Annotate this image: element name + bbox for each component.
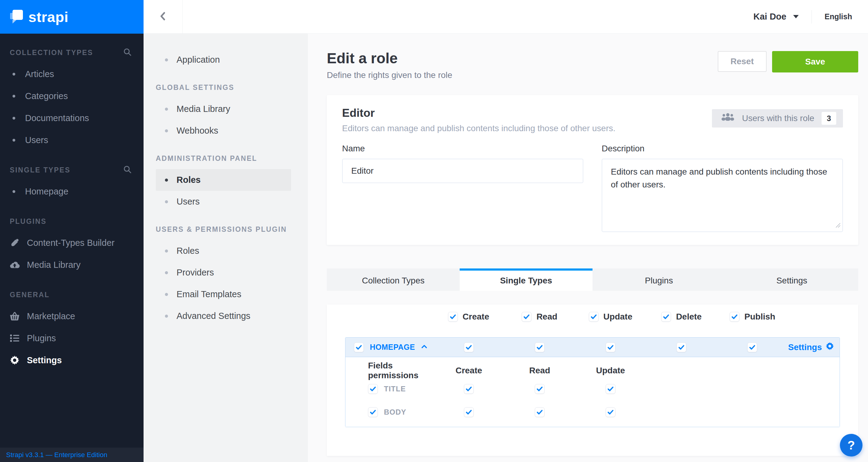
tab-plugins[interactable]: Plugins [592, 268, 725, 291]
sidebar-item-marketplace[interactable]: Marketplace [0, 305, 144, 327]
subnav-item-label: Roles [177, 175, 201, 185]
sidebar-item-users[interactable]: Users [0, 129, 144, 151]
section-single-types: SINGLE TYPES Homepage [0, 163, 144, 202]
subnav-item-email-templates[interactable]: Email Templates [144, 283, 308, 305]
gear-icon [9, 355, 20, 365]
save-button[interactable]: Save [772, 51, 858, 73]
chevron-up-icon[interactable] [421, 345, 427, 350]
sidebar-footer: Strapi v3.3.1 — Enterprise Edition [0, 447, 144, 462]
strapi-logo-icon [9, 9, 24, 25]
settings-subnav: Application GLOBAL SETTINGS Media Librar… [144, 34, 308, 462]
subnav-item-label: Webhooks [177, 126, 218, 136]
header-divider [811, 10, 812, 24]
checkbox-homepage-delete[interactable] [677, 342, 686, 352]
user-menu[interactable]: Kai Doe [753, 11, 799, 22]
subnav-item-providers[interactable]: Providers [144, 262, 308, 283]
help-button[interactable]: ? [840, 434, 863, 457]
sidebar-item-homepage[interactable]: Homepage [0, 180, 144, 202]
sidebar-item-label: Documentations [25, 113, 89, 123]
subnav-item-application[interactable]: Application [144, 49, 308, 70]
subnav-item-webhooks[interactable]: Webhooks [144, 120, 308, 142]
subnav-item-label: Media Library [177, 104, 230, 114]
content-type-block-homepage: HOMEPAGE Settings [345, 337, 840, 427]
bullet-icon [165, 58, 168, 61]
checkbox-read-all[interactable] [522, 312, 531, 322]
subnav-item-advanced-settings[interactable]: Advanced Settings [144, 305, 308, 327]
subnav-section-global-settings: GLOBAL SETTINGS Media Library Webhooks [144, 84, 308, 142]
language-selector[interactable]: English [825, 12, 852, 21]
content-type-row-homepage[interactable]: HOMEPAGE Settings [345, 338, 840, 357]
checkbox-update-all[interactable] [589, 312, 599, 322]
checkbox-body-update[interactable] [606, 407, 615, 417]
checkbox-homepage-update[interactable] [606, 342, 615, 352]
users-with-role-button[interactable]: Users with this role 3 [712, 109, 843, 127]
checkbox-create-all[interactable] [448, 312, 458, 322]
subnav-item-label: Providers [177, 267, 214, 278]
role-details-card: Editor Editors can manage and publish co… [327, 95, 858, 245]
sidebar-item-categories[interactable]: Categories [0, 85, 144, 107]
reset-button[interactable]: Reset [718, 51, 767, 72]
sidebar-item-documentations[interactable]: Documentations [0, 107, 144, 129]
section-title: PLUGINS [10, 218, 46, 226]
sidebar-item-plugins[interactable]: Plugins [0, 327, 144, 349]
sidebar-item-label: Content-Types Builder [27, 238, 115, 248]
bullet-icon [165, 250, 168, 253]
sidebar-item-label: Homepage [25, 186, 68, 197]
main-content: Edit a role Define the rights given to t… [308, 34, 868, 462]
action-label: Create [463, 312, 489, 322]
checkbox-homepage-publish[interactable] [747, 342, 757, 352]
checkbox-title-all[interactable] [368, 384, 378, 394]
section-general: GENERAL Marketplace Plugins Settings [0, 288, 144, 371]
tab-single-types[interactable]: Single Types [460, 268, 592, 291]
content-type-name: HOMEPAGE [370, 343, 415, 352]
subnav-item-up-roles[interactable]: Roles [144, 240, 308, 262]
checkbox-publish-all[interactable] [730, 312, 739, 322]
subnav-item-users[interactable]: Users [144, 191, 308, 212]
role-name-input[interactable] [342, 159, 583, 183]
tab-settings[interactable]: Settings [725, 268, 858, 291]
page-header: Edit a role Define the rights given to t… [327, 51, 858, 80]
checkbox-body-create[interactable] [464, 407, 474, 417]
sidebar-item-articles[interactable]: Articles [0, 63, 144, 85]
search-icon[interactable] [123, 165, 132, 175]
checkbox-homepage-read[interactable] [535, 342, 545, 352]
list-icon [9, 334, 20, 342]
strapi-logo[interactable]: strapi [0, 0, 144, 34]
subnav-item-roles[interactable]: Roles [156, 169, 291, 191]
bullet-icon [165, 179, 168, 182]
gear-icon [826, 342, 834, 352]
checkbox-body-all[interactable] [368, 407, 378, 417]
homepage-settings-link[interactable]: Settings [788, 342, 840, 352]
search-icon[interactable] [123, 48, 132, 58]
fields-permissions-header: Fields permissions Create Read Update [345, 364, 840, 377]
bullet-icon [12, 117, 15, 120]
checkbox-delete-all[interactable] [661, 312, 671, 322]
checkbox-homepage-create[interactable] [464, 342, 474, 352]
checkbox-homepage-all[interactable] [354, 342, 364, 352]
subnav-section-administration-panel: ADMINISTRATION PANEL Roles Users [144, 154, 308, 212]
subnav-item-label: Users [177, 197, 200, 207]
users-count-badge: 3 [822, 112, 836, 125]
checkbox-title-create[interactable] [464, 384, 474, 394]
permissions-tabs: Collection Types Single Types Plugins Se… [327, 268, 858, 291]
subnav-item-media-library[interactable]: Media Library [144, 98, 308, 120]
role-description-textarea[interactable]: Editors can manage and publish contents … [602, 159, 843, 232]
users-icon [721, 113, 735, 124]
version-link[interactable]: Strapi v3.3.1 — Enterprise Edition [6, 451, 107, 459]
sidebar-item-media-library[interactable]: Media Library [0, 254, 144, 276]
bullet-icon [165, 293, 168, 296]
field-action-header: Update [575, 366, 646, 375]
sidebar-item-settings[interactable]: Settings [0, 349, 144, 371]
role-description-subtitle: Editors can manage and publish contents … [342, 123, 615, 134]
checkbox-title-read[interactable] [535, 384, 545, 394]
checkbox-title-update[interactable] [606, 384, 615, 394]
sidebar-item-label: Users [25, 135, 48, 145]
back-button[interactable] [144, 0, 183, 33]
bullet-icon [12, 190, 15, 193]
checkbox-body-read[interactable] [535, 407, 545, 417]
sidebar-item-content-types-builder[interactable]: Content-Types Builder [0, 232, 144, 254]
fields-permissions-title: Fields permissions [345, 361, 433, 380]
section-title: USERS & PERMISSIONS PLUGIN [144, 225, 308, 234]
tab-collection-types[interactable]: Collection Types [327, 268, 460, 291]
chevron-down-icon [793, 15, 799, 18]
